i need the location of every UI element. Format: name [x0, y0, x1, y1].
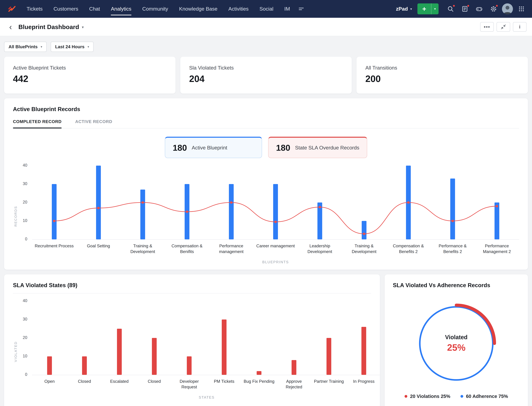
y-axis-ticks: 010203040: [18, 166, 32, 240]
donut-center-labels: Violated 25%: [410, 297, 502, 390]
stat-value: 204: [189, 73, 343, 84]
stat-card-active-blueprint-tickets: Active Blueprint Tickets 442: [4, 57, 175, 94]
collapse-button[interactable]: [497, 22, 510, 32]
app-logo[interactable]: [7, 4, 17, 14]
nav-menu: Tickets Customers Chat Analytics Communi…: [21, 0, 307, 18]
add-new-caret-icon[interactable]: ▾: [431, 3, 439, 14]
category-label: Closed: [137, 378, 172, 390]
legend-label: 60 Adherence 75%: [466, 394, 508, 399]
nav-item-customers[interactable]: Customers: [48, 0, 84, 18]
x-axis-title: STATES: [18, 395, 380, 399]
x-axis-title: BLUEPRINTS: [18, 260, 519, 264]
y-tick-label: 10: [23, 218, 27, 223]
time-range-filter-dropdown[interactable]: Last 24 Hours ▾: [51, 42, 93, 52]
notification-dot: [453, 4, 455, 7]
avatar[interactable]: [502, 3, 513, 14]
nav-item-social[interactable]: Social: [254, 0, 279, 18]
info-button[interactable]: i: [513, 22, 526, 32]
donut-chart: Violated 25%: [410, 297, 502, 390]
chart-plot-area: [32, 166, 519, 240]
feeds-icon[interactable]: [459, 3, 471, 15]
y-tick-label: 30: [23, 181, 27, 186]
gamescope-icon[interactable]: [473, 3, 485, 15]
nav-item-im[interactable]: IM: [279, 0, 295, 18]
legend-item: 60 Adherence 75%: [461, 394, 508, 399]
category-label: Approve Rejected: [276, 378, 311, 390]
badge-label: Active Blueprint: [192, 145, 227, 151]
summary-badges: 180 Active Blueprint 180 State SLA Overd…: [13, 137, 519, 158]
stat-card-all-transitions: All Transitions 200: [357, 57, 528, 94]
chevron-down-icon: ▾: [410, 7, 412, 11]
nav-item-tickets[interactable]: Tickets: [21, 0, 48, 18]
stat-value: 442: [13, 73, 167, 84]
category-label: Compensation & Benifits: [165, 243, 209, 254]
gear-icon[interactable]: [488, 3, 499, 15]
y-axis-title: RECORDS: [13, 166, 18, 267]
panel-title: Active Blueprint Records: [13, 106, 519, 112]
stat-card-sla-violated-tickets: Sla Violated Tickets 204: [180, 57, 352, 94]
category-label: Compensation & Benefits 2: [386, 243, 430, 254]
stat-label: Sla Violated Tickets: [189, 65, 343, 71]
zoho-desk-logo-icon: [7, 4, 16, 13]
y-axis-title: VIOLATED: [13, 301, 18, 402]
legend-dot: [461, 395, 463, 398]
dashboard-select-caret-icon[interactable]: ▾: [82, 25, 84, 29]
page-header: ‹ Blueprint Dashboard ▾ ••• i: [0, 18, 532, 36]
search-icon[interactable]: [445, 3, 456, 15]
blueprint-filter-label: All BluePrints: [8, 44, 38, 49]
add-new-button[interactable]: + ▾: [417, 3, 439, 14]
active-blueprint-records-panel: Active Blueprint Records COMPLETED RECOR…: [4, 98, 528, 270]
page-title: Blueprint Dashboard: [18, 23, 79, 30]
category-label: Goal Setting: [76, 243, 120, 254]
category-label: Performance & Benefits 2: [430, 243, 475, 254]
donut-center-value: 25%: [447, 342, 465, 353]
panel-title: SLA Violated States (89): [13, 282, 371, 288]
chevron-down-icon: ▾: [41, 45, 42, 49]
nav-item-knowledge-base[interactable]: Knowledge Base: [174, 0, 223, 18]
active-blueprint-badge: 180 Active Blueprint: [165, 137, 262, 158]
legend-label: 20 Violations 25%: [410, 394, 450, 399]
y-tick-label: 0: [25, 237, 27, 241]
panel-title: SLA Violated Vs Adherence Records: [393, 282, 520, 288]
top-nav: Tickets Customers Chat Analytics Communi…: [0, 0, 532, 18]
workspace-switcher[interactable]: zPad ▾: [396, 6, 412, 12]
category-label: Partner Training: [311, 378, 346, 390]
nav-item-community[interactable]: Community: [137, 0, 174, 18]
category-label: Training & Development: [342, 243, 386, 254]
tab-active-record[interactable]: ACTIVE RECORD: [75, 119, 112, 128]
category-label: Escalated: [102, 378, 137, 390]
category-label: In Progress: [346, 378, 380, 390]
y-tick-label: 0: [25, 372, 27, 377]
time-range-filter-label: Last 24 Hours: [55, 44, 84, 49]
y-tick-label: 20: [23, 200, 27, 204]
app-grid-icon[interactable]: [516, 3, 527, 15]
nav-right-cluster: zPad ▾ + ▾: [396, 3, 527, 15]
bottom-row: SLA Violated States (89) VIOLATED 010203…: [4, 275, 528, 406]
blueprint-filter-dropdown[interactable]: All BluePrints ▾: [4, 42, 47, 52]
category-label: Recruitment Process: [32, 243, 76, 254]
chart-plot-area: [32, 301, 380, 375]
sla-overdue-badge: 180 State SLA Overdue Records: [268, 137, 367, 158]
y-tick-label: 40: [23, 163, 27, 168]
category-label: Bug Fix Pending: [242, 378, 276, 390]
nav-item-chat[interactable]: Chat: [84, 0, 105, 18]
back-button[interactable]: ‹: [6, 22, 16, 32]
y-tick-label: 40: [23, 298, 27, 303]
nav-item-analytics[interactable]: Analytics: [105, 0, 137, 18]
y-axis-ticks: 010203040: [18, 301, 32, 375]
category-label: PM Tickets: [207, 378, 242, 390]
nav-item-activities[interactable]: Activities: [223, 0, 254, 18]
more-options-button[interactable]: •••: [480, 22, 494, 32]
record-tabs: COMPLETED RECORD ACTIVE RECORD: [13, 119, 519, 129]
tab-completed-record[interactable]: COMPLETED RECORD: [13, 119, 62, 128]
donut-center-label: Violated: [445, 334, 468, 341]
plus-icon[interactable]: +: [417, 3, 431, 14]
category-label: Developer Request: [172, 378, 207, 390]
x-axis-category-labels: OpenClosedEscalatedClosedDeveloper Reque…: [32, 378, 380, 390]
badge-value: 180: [173, 143, 187, 153]
category-label: Closed: [67, 378, 102, 390]
more-modules-icon[interactable]: [295, 3, 307, 15]
category-label: Career management: [253, 243, 298, 254]
legend-dot: [405, 395, 407, 398]
category-label: Performance Management 2: [475, 243, 519, 254]
